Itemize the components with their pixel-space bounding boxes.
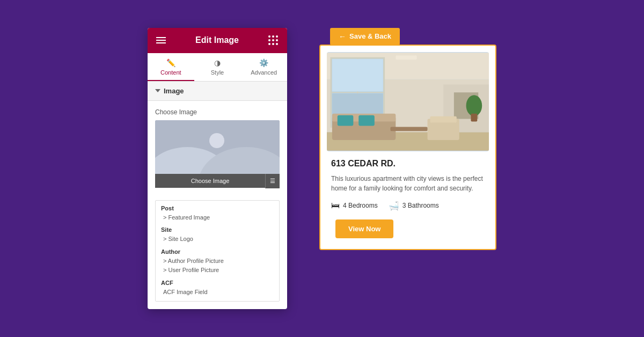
bedrooms-feature: 🛏 4 Bedrooms <box>331 201 378 210</box>
section-header: Image <box>148 82 287 101</box>
image-placeholder <box>155 120 280 174</box>
choose-image-label: Choose Image <box>155 108 280 116</box>
dropdown-section: Post > Featured Image Site > Site Logo A… <box>155 200 280 302</box>
advanced-icon: ⚙️ <box>259 58 268 67</box>
arrow-icon: ← <box>339 32 346 41</box>
tab-style-label: Style <box>211 69 224 76</box>
dropdown-group-acf: ACF ACF Image Field <box>161 280 274 297</box>
tab-content[interactable]: ✏️ Content <box>148 53 194 81</box>
section-title: Image <box>164 87 184 95</box>
dropdown-group-site: Site > Site Logo <box>161 226 274 244</box>
bed-icon: 🛏 <box>331 201 340 210</box>
dropdown-item-logo[interactable]: > Site Logo <box>163 235 274 244</box>
main-container: Edit Image ✏️ Content ◑ Style ⚙️ Advance… <box>137 17 507 320</box>
hamburger-icon[interactable] <box>156 37 166 43</box>
group-title-author: Author <box>161 248 274 255</box>
content-icon: ✏️ <box>166 58 175 67</box>
property-card: 613 CEDAR RD. This luxurious apartment w… <box>319 45 496 250</box>
save-back-label: Save & Back <box>349 32 391 40</box>
svg-rect-21 <box>430 116 456 122</box>
svg-rect-12 <box>332 59 383 91</box>
choose-image-section: Choose Image Choose Image ☰ <box>148 101 287 196</box>
property-features: 🛏 4 Bedrooms 🛁 3 Bathrooms <box>331 201 485 211</box>
triangle-icon <box>155 89 160 92</box>
group-title-post: Post <box>161 205 274 211</box>
view-now-button[interactable]: View Now <box>335 219 393 238</box>
svg-rect-17 <box>358 115 375 126</box>
svg-rect-23 <box>396 55 416 60</box>
save-back-button[interactable]: ← Save & Back <box>330 28 400 45</box>
svg-rect-22 <box>390 127 427 131</box>
grid-icon[interactable] <box>268 35 279 46</box>
tab-advanced[interactable]: ⚙️ Advanced <box>240 53 287 81</box>
bathrooms-label: 3 Bathrooms <box>402 202 439 209</box>
choose-image-button[interactable]: Choose Image <box>155 174 265 188</box>
right-section: ← Save & Back <box>319 28 496 250</box>
panel-title: Edit Image <box>195 35 239 45</box>
tab-style[interactable]: ◑ Style <box>194 53 241 81</box>
choose-image-btn-row: Choose Image ☰ <box>155 174 280 188</box>
tab-advanced-label: Advanced <box>251 69 277 76</box>
edit-panel: Edit Image ✏️ Content ◑ Style ⚙️ Advance… <box>148 28 287 310</box>
property-info: 613 CEDAR RD. This luxurious apartment w… <box>327 151 489 243</box>
choose-image-menu-icon[interactable]: ☰ <box>265 174 280 188</box>
svg-point-24 <box>466 95 482 116</box>
dropdown-item-user-profile[interactable]: > User Profile Picture <box>163 266 274 275</box>
property-address: 613 CEDAR RD. <box>331 159 485 169</box>
panel-header: Edit Image <box>148 28 287 53</box>
svg-point-3 <box>209 133 224 148</box>
dropdown-group-author: Author > Author Profile Picture > User P… <box>161 248 274 275</box>
panel-tabs: ✏️ Content ◑ Style ⚙️ Advanced <box>148 53 287 82</box>
dropdown-group-post: Post > Featured Image <box>161 205 274 223</box>
bathrooms-feature: 🛁 3 Bathrooms <box>389 201 439 211</box>
dropdown-item-featured[interactable]: > Featured Image <box>163 213 274 223</box>
property-image <box>327 52 489 151</box>
tab-content-label: Content <box>160 69 181 76</box>
bath-icon: 🛁 <box>389 201 399 211</box>
group-title-acf: ACF <box>161 280 274 286</box>
dropdown-item-acf-image[interactable]: ACF Image Field <box>163 288 274 297</box>
bedrooms-label: 4 Bedrooms <box>343 202 378 209</box>
dropdown-item-author-profile[interactable]: > Author Profile Picture <box>163 257 274 266</box>
group-title-site: Site <box>161 226 274 233</box>
svg-rect-25 <box>471 113 477 121</box>
svg-rect-16 <box>338 115 354 126</box>
style-icon: ◑ <box>214 58 221 67</box>
property-description: This luxurious apartment with city views… <box>331 174 485 193</box>
